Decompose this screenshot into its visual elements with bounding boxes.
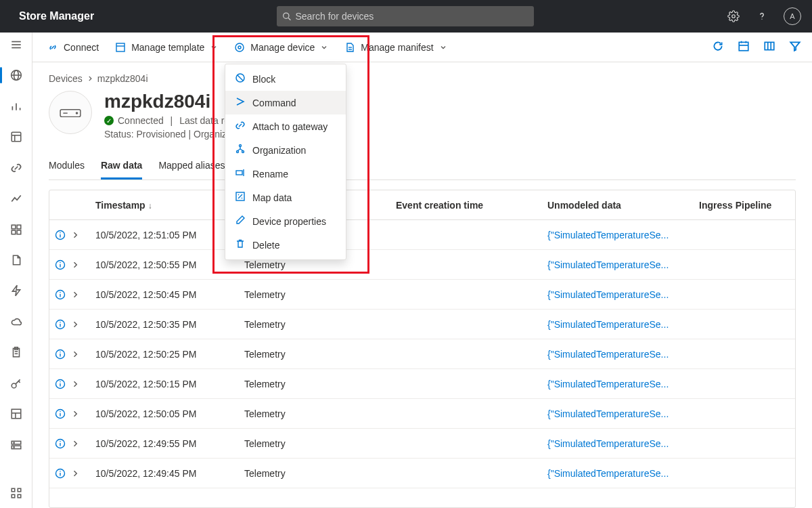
dropdown-item-rename[interactable]: Rename [225, 162, 346, 186]
info-icon[interactable] [55, 379, 66, 389]
table-row[interactable]: 10/5/2022, 12:50:15 PM Telemetry {"Simul… [49, 369, 795, 399]
table-row[interactable]: 10/5/2022, 12:51:05 PM {"SimulatedTemper… [49, 220, 795, 250]
refresh-icon[interactable] [712, 40, 724, 55]
svg-rect-18 [17, 225, 21, 229]
data-icon[interactable] [9, 130, 23, 143]
table-row[interactable]: 10/5/2022, 12:50:05 PM Telemetry {"Simul… [49, 399, 795, 429]
gear-icon[interactable] [727, 9, 740, 23]
manage-manifest-button[interactable]: Manage manifest [338, 38, 453, 57]
cell-unmodeled-data[interactable]: {"SimulatedTemperatureSe... [542, 319, 694, 330]
globe-icon[interactable] [9, 68, 23, 81]
tab-modules[interactable]: Modules [49, 154, 85, 179]
line-chart-icon[interactable] [9, 192, 23, 205]
bar-chart-icon[interactable] [9, 100, 23, 112]
info-icon[interactable] [55, 289, 66, 300]
th-unmodeled-data[interactable]: Unmodeled data [542, 200, 694, 211]
dropdown-item-label: Device properties [252, 216, 326, 227]
cell-unmodeled-data[interactable]: {"SimulatedTemperatureSe... [542, 349, 694, 360]
dropdown-item-attach-to-gateway[interactable]: Attach to gateway [225, 114, 346, 138]
manage-template-button[interactable]: Manage template [108, 38, 225, 57]
breadcrumb-root[interactable]: Devices [49, 73, 83, 84]
svg-point-2 [732, 15, 736, 18]
dropdown-item-label: Rename [252, 169, 288, 179]
server-icon[interactable] [9, 438, 23, 451]
svg-point-83 [60, 471, 61, 472]
link-icon[interactable] [9, 161, 23, 174]
chevron-right-icon[interactable] [71, 469, 79, 478]
chevron-right-icon[interactable] [71, 320, 79, 329]
table-row[interactable]: 10/5/2022, 12:49:55 PM Telemetry {"Simul… [49, 429, 795, 459]
svg-point-35 [14, 447, 14, 448]
cloud-icon[interactable] [9, 315, 23, 328]
info-icon[interactable] [55, 230, 66, 240]
cell-message-type: Telemetry [239, 438, 390, 449]
table-row[interactable]: 10/5/2022, 12:50:25 PM Telemetry {"Simul… [49, 339, 795, 369]
info-icon[interactable] [55, 438, 66, 449]
app-title: Store Manager [19, 10, 94, 22]
dropdown-item-delete[interactable]: Delete [225, 233, 346, 257]
lightning-icon[interactable] [9, 284, 23, 297]
table-row[interactable]: 10/5/2022, 12:50:45 PM Telemetry {"Simul… [49, 280, 795, 310]
th-timestamp[interactable]: Timestamp↓ [90, 200, 239, 211]
dropdown-item-organization[interactable]: Organization [225, 138, 346, 162]
hamburger-icon[interactable] [9, 38, 23, 51]
search-box[interactable] [277, 6, 534, 26]
org-icon [235, 144, 246, 156]
search-input[interactable] [295, 11, 528, 22]
dropdown-item-device-properties[interactable]: Device properties [225, 209, 346, 233]
tab-raw-data[interactable]: Raw data [101, 154, 142, 179]
filter-icon[interactable] [789, 40, 801, 55]
th-ingress-pipeline[interactable]: Ingress Pipeline [694, 200, 795, 211]
device-avatar [49, 91, 92, 134]
chevron-right-icon[interactable] [71, 380, 79, 388]
cell-timestamp: 10/5/2022, 12:50:15 PM [90, 379, 239, 389]
chevron-right-icon[interactable] [71, 291, 79, 299]
chevron-right-icon[interactable] [71, 410, 79, 418]
cell-unmodeled-data[interactable]: {"SimulatedTemperatureSe... [542, 259, 694, 270]
search-icon [282, 12, 291, 21]
columns-icon[interactable] [763, 40, 775, 55]
manage-device-button[interactable]: Manage device [227, 38, 335, 57]
dropdown-item-block[interactable]: Block [225, 67, 346, 91]
avatar[interactable]: A [784, 7, 801, 25]
cell-unmodeled-data[interactable]: {"SimulatedTemperatureSe... [542, 230, 694, 240]
apps-icon[interactable] [9, 487, 23, 500]
cell-unmodeled-data[interactable]: {"SimulatedTemperatureSe... [542, 468, 694, 479]
info-icon[interactable] [55, 349, 66, 360]
cell-timestamp: 10/5/2022, 12:49:55 PM [90, 438, 239, 449]
chevron-right-icon[interactable] [71, 350, 79, 358]
cell-unmodeled-data[interactable]: {"SimulatedTemperatureSe... [542, 438, 694, 449]
th-event-creation-time[interactable]: Event creation time [390, 200, 542, 211]
table-row[interactable]: 10/5/2022, 12:50:35 PM Telemetry {"Simul… [49, 310, 795, 339]
cell-unmodeled-data[interactable]: {"SimulatedTemperatureSe... [542, 289, 694, 300]
help-icon[interactable] [755, 9, 769, 23]
document-icon[interactable] [9, 253, 23, 266]
info-icon[interactable] [55, 408, 66, 419]
layout-icon[interactable] [9, 408, 23, 421]
table-row[interactable]: 10/5/2022, 12:49:45 PM Telemetry {"Simul… [49, 459, 795, 488]
chevron-right-icon[interactable] [71, 440, 79, 448]
connect-button[interactable]: Connect [41, 38, 106, 57]
dropdown-item-command[interactable]: Command [225, 91, 346, 114]
clipboard-icon[interactable] [9, 346, 23, 359]
cell-unmodeled-data[interactable]: {"SimulatedTemperatureSe... [542, 379, 694, 389]
info-icon[interactable] [55, 319, 66, 330]
key-icon[interactable] [9, 377, 23, 389]
svg-rect-20 [17, 230, 21, 234]
calendar-icon[interactable] [738, 40, 750, 55]
chevron-right-icon[interactable] [71, 261, 79, 269]
tab-mapped-aliases[interactable]: Mapped aliases [158, 154, 225, 179]
cell-message-type: Telemetry [239, 259, 390, 270]
grid-icon[interactable] [9, 223, 23, 236]
cell-message-type: Telemetry [239, 349, 390, 360]
svg-point-65 [60, 292, 61, 293]
chevron-right-icon[interactable] [71, 231, 79, 239]
dropdown-item-map-data[interactable]: Map data [225, 186, 346, 209]
table-row[interactable]: 10/5/2022, 12:50:55 PM Telemetry {"Simul… [49, 250, 795, 280]
svg-point-86 [240, 145, 242, 147]
info-icon[interactable] [55, 468, 66, 479]
cell-timestamp: 10/5/2022, 12:49:45 PM [90, 468, 239, 479]
cell-unmodeled-data[interactable]: {"SimulatedTemperatureSe... [542, 408, 694, 419]
device-header: mzpkdz804i ✓ Connected | Last data recei… [49, 91, 796, 140]
info-icon[interactable] [55, 259, 66, 270]
